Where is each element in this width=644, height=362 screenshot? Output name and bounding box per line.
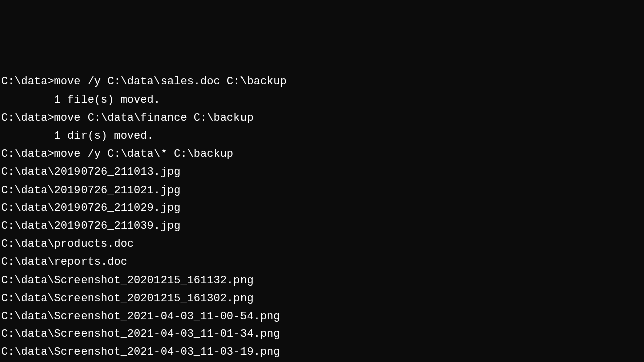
terminal-line: 1 dir(s) moved.	[1, 127, 644, 145]
terminal-line: C:\data\Screenshot_2021-04-03_11-01-34.p…	[1, 325, 644, 343]
terminal-line: C:\data>move /y C:\data\* C:\backup	[1, 145, 644, 163]
terminal-line: C:\data>move /y C:\data\sales.doc C:\bac…	[1, 73, 644, 91]
terminal-line: 1 file(s) moved.	[1, 91, 644, 109]
terminal-line: C:\data\Screenshot_20201215_161302.png	[1, 290, 644, 308]
terminal-line: C:\data\Screenshot_2021-04-03_11-00-54.p…	[1, 308, 644, 326]
terminal-line: C:\data>move C:\data\finance C:\backup	[1, 109, 644, 127]
terminal-line: C:\data\products.doc	[1, 235, 644, 253]
terminal-output[interactable]: C:\data>move /y C:\data\sales.doc C:\bac…	[1, 73, 644, 362]
terminal-line: C:\data\Screenshot_20201215_161132.png	[1, 272, 644, 290]
terminal-line: C:\data\Screenshot_2021-04-03_11-03-19.p…	[1, 343, 644, 361]
terminal-line: C:\data\reports.doc	[1, 253, 644, 272]
terminal-line: C:\data\20190726_211029.jpg	[1, 199, 644, 217]
terminal-line: C:\data\20190726_211013.jpg	[1, 163, 644, 182]
terminal-line: C:\data\20190726_211021.jpg	[1, 182, 644, 200]
terminal-line: C:\data\20190726_211039.jpg	[1, 217, 644, 235]
